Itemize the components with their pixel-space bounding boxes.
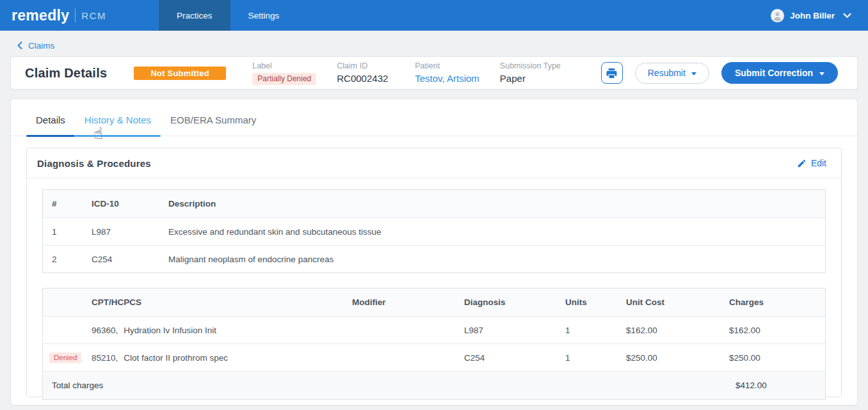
total-charges-value: $412.00	[729, 381, 825, 390]
col-description: Description	[159, 199, 825, 209]
caret-down-icon	[819, 72, 824, 75]
brand-logo[interactable]: remedly RCM	[0, 0, 122, 31]
col-units: Units	[559, 297, 620, 307]
field-patient-key: Patient	[415, 61, 479, 70]
icd10-row: 2 C254 Malignant neoplasm of endocrine p…	[43, 245, 825, 272]
denied-badge: Denied	[49, 352, 81, 363]
col-modifier: Modifier	[346, 297, 458, 307]
label-badge: Partially Denied	[252, 73, 316, 85]
claim-details-panel: Details History & Notes EOB/ERA Summary …	[10, 99, 858, 406]
submit-correction-button[interactable]: Submit Correction	[721, 62, 838, 84]
user-name: John Biller	[790, 11, 835, 20]
col-number: #	[43, 199, 83, 209]
edit-button[interactable]: Edit	[797, 158, 826, 168]
tab-bar: Details History & Notes EOB/ERA Summary	[11, 99, 857, 136]
icd-row-description: Malignant neoplasm of endocrine pancreas	[159, 255, 825, 264]
avatar	[771, 9, 784, 22]
tab-eob-era-summary[interactable]: EOB/ERA Summary	[161, 114, 266, 136]
cpt-row-charges: $162.00	[723, 326, 825, 335]
icd-row-code: L987	[83, 227, 159, 237]
cpt-description: Clot factor II prothrom spec	[124, 353, 228, 363]
col-icd10: ICD-10	[83, 199, 159, 209]
nav-item-settings[interactable]: Settings	[230, 0, 298, 31]
field-submission-type: Submission Type Paper	[500, 61, 561, 85]
total-charges-label: Total charges	[43, 381, 729, 390]
brand-suffix: RCM	[81, 10, 106, 21]
cpt-row: 96360,Hydration Iv Infusion Init L987 1 …	[43, 316, 825, 343]
cpt-description: Hydration Iv Infusion Init	[124, 326, 216, 335]
icd-row-number: 2	[43, 255, 83, 264]
cpt-row-units: 1	[559, 326, 620, 335]
cpt-row-code-desc: 96360,Hydration Iv Infusion Init	[85, 326, 346, 335]
cpt-row: Denied 85210,Clot factor II prothrom spe…	[43, 343, 825, 371]
pencil-icon	[797, 159, 807, 168]
submission-type-value: Paper	[500, 73, 561, 84]
cpt-row-diagnosis: C254	[458, 353, 559, 363]
icd-row-code: C254	[83, 255, 159, 264]
field-claim-id: Claim ID RC0002432	[337, 61, 394, 85]
caret-down-icon	[691, 72, 696, 75]
chevron-left-icon	[17, 42, 22, 49]
field-patient: Patient Testov, Artsiom	[415, 61, 479, 85]
col-diagnosis: Diagnosis	[458, 297, 559, 307]
cpt-row-unit-cost: $250.00	[620, 353, 723, 363]
resubmit-button[interactable]: Resubmit	[635, 63, 709, 84]
brand-divider	[75, 8, 76, 22]
cpt-row-diagnosis: L987	[458, 326, 559, 335]
icd10-row: 1 L987 Excessive and redundant skin and …	[43, 217, 825, 245]
claim-actions: Resubmit Submit Correction	[601, 62, 838, 84]
chevron-down-icon	[843, 13, 851, 19]
user-menu[interactable]: John Biller	[771, 0, 868, 31]
cpt-row-status: Denied	[43, 352, 85, 363]
section-header: Diagnosis & Procedures Edit	[27, 148, 841, 178]
cpt-row-unit-cost: $162.00	[620, 326, 723, 335]
field-label: Label Partially Denied	[252, 61, 316, 85]
col-charges: Charges	[723, 297, 825, 307]
icd10-table-header: # ICD-10 Description	[43, 190, 825, 217]
diagnosis-procedures-section: Diagnosis & Procedures Edit # ICD-10 Des…	[26, 148, 842, 397]
icd-row-number: 1	[43, 227, 83, 237]
page-title: Claim Details	[25, 66, 107, 81]
total-charges-row: Total charges $412.00	[43, 371, 825, 399]
field-submission-type-key: Submission Type	[500, 61, 561, 70]
field-claim-id-key: Claim ID	[337, 61, 394, 70]
claim-id-value: RC0002432	[337, 73, 394, 84]
status-badge: Not Submitted	[134, 67, 226, 80]
breadcrumb-label: Claims	[28, 41, 54, 51]
top-navbar: remedly RCM Practices Settings John Bill…	[0, 0, 868, 31]
cpt-code: 96360,	[92, 326, 118, 335]
edit-label: Edit	[811, 158, 826, 168]
icd-row-description: Excessive and redundant skin and subcuta…	[159, 227, 825, 237]
nav-menu: Practices Settings	[159, 0, 297, 31]
patient-link[interactable]: Testov, Artsiom	[415, 73, 479, 84]
section-title: Diagnosis & Procedures	[37, 158, 151, 169]
tab-details[interactable]: Details	[26, 114, 75, 136]
resubmit-label: Resubmit	[648, 68, 686, 78]
printer-icon	[606, 67, 618, 79]
breadcrumb: Claims	[0, 31, 868, 52]
cpt-table: CPT/HCPCS Modifier Diagnosis Units Unit …	[42, 288, 826, 400]
print-button[interactable]	[601, 62, 623, 84]
claim-fields: Label Partially Denied Claim ID RC000243…	[252, 61, 561, 85]
col-cpt-hcpcs: CPT/HCPCS	[85, 297, 346, 307]
cpt-row-units: 1	[559, 353, 620, 363]
cpt-table-header: CPT/HCPCS Modifier Diagnosis Units Unit …	[43, 288, 825, 316]
nav-item-practices[interactable]: Practices	[159, 0, 230, 31]
back-to-claims-link[interactable]: Claims	[17, 41, 54, 51]
field-label-key: Label	[252, 61, 316, 70]
brand-name: remedly	[12, 7, 69, 24]
icd10-table: # ICD-10 Description 1 L987 Excessive an…	[42, 189, 826, 273]
claim-header-card: Claim Details Not Submitted Label Partia…	[10, 56, 858, 90]
cpt-code: 85210,	[92, 353, 118, 363]
cpt-row-code-desc: 85210,Clot factor II prothrom spec	[85, 353, 346, 363]
col-unit-cost: Unit Cost	[620, 297, 723, 307]
cpt-row-charges: $250.00	[723, 353, 825, 363]
submit-correction-label: Submit Correction	[735, 68, 813, 78]
tab-history-notes[interactable]: History & Notes	[75, 114, 161, 136]
